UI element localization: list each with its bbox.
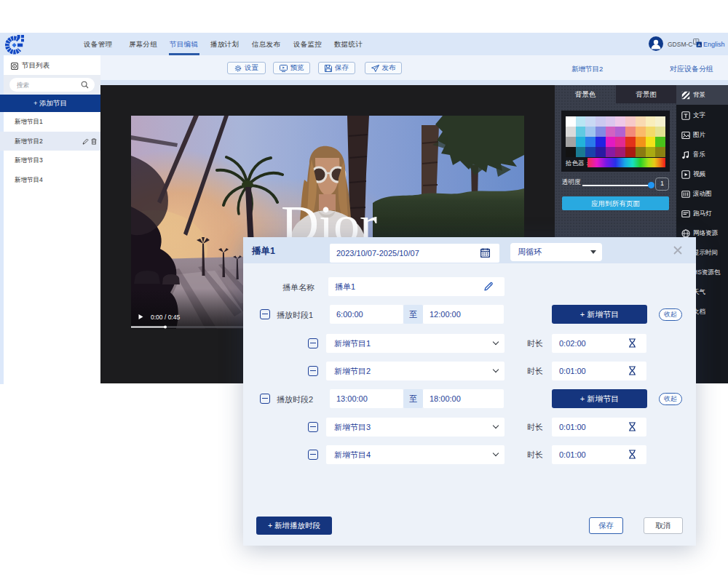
svg-text:0:00 / 0:45: 0:00 / 0:45 bbox=[151, 314, 180, 321]
svg-text:A: A bbox=[697, 43, 700, 47]
